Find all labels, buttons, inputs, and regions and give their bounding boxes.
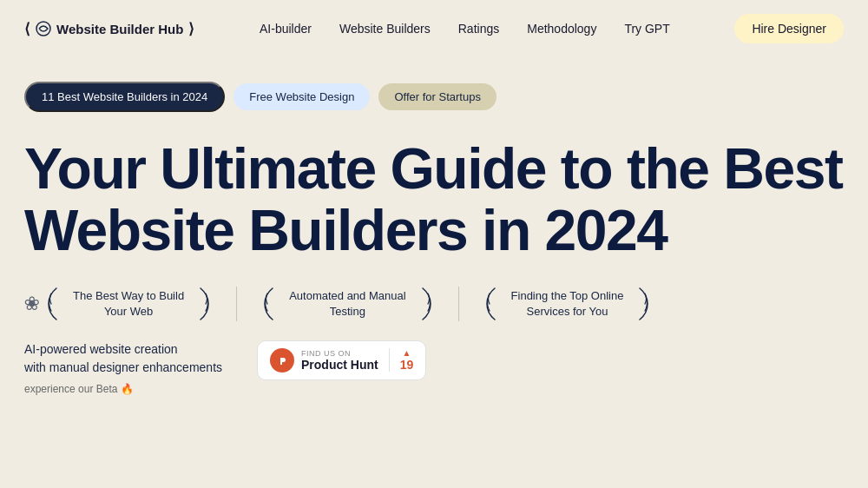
laurel-svg-left-2 — [485, 287, 504, 321]
bottom-section: AI-powered website creation with manual … — [0, 321, 868, 397]
laurel-svg-right-1 — [413, 287, 432, 321]
product-hunt-badge[interactable]: FIND US ON Product Hunt ▲ 19 — [257, 340, 426, 380]
ph-count: ▲ 19 — [389, 348, 414, 372]
pills-row: 11 Best Website Builders in 2024 Free We… — [0, 57, 868, 112]
hero-title-line1: Your Ultimate Guide to the Best — [24, 136, 842, 201]
navbar: ⟨ Website Builder Hub ⟩ AI-builder Websi… — [0, 0, 868, 57]
ph-find-us-label: FIND US ON — [301, 349, 378, 358]
product-hunt-logo — [270, 348, 294, 373]
badge-item-0: ❀ The Best Way to Build Your Web — [24, 287, 237, 321]
laurel-svg-right-2 — [630, 287, 649, 321]
badge-item-1: Automated and Manual Testing — [263, 287, 458, 321]
nav-methodology[interactable]: Methodology — [527, 22, 596, 36]
logo-leaf-right: ⟩ — [188, 20, 194, 38]
pill-free-design[interactable]: Free Website Design — [233, 83, 370, 110]
nav-ai-builder[interactable]: AI-builder — [260, 22, 312, 36]
svg-rect-2 — [280, 362, 282, 365]
nav-ratings[interactable]: Ratings — [458, 22, 499, 36]
product-hunt-icon — [276, 354, 288, 366]
hero-title: Your Ultimate Guide to the Best Website … — [24, 138, 844, 262]
laurel-svg-left-0 — [47, 287, 66, 321]
ph-arrow-icon: ▲ — [403, 348, 411, 358]
beta-label: experience our Beta 🔥 — [24, 381, 222, 397]
ph-name: Product Hunt — [301, 358, 378, 372]
nav-try-gpt[interactable]: Try GPT — [624, 22, 669, 36]
laurel-svg-right-0 — [191, 287, 210, 321]
ph-text-block: FIND US ON Product Hunt — [301, 349, 378, 372]
logo-leaf-left: ⟨ — [24, 20, 30, 38]
ai-text-block: AI-powered website creation with manual … — [24, 340, 222, 397]
hire-designer-button[interactable]: Hire Designer — [734, 14, 844, 43]
hero-title-line2: Website Builders in 2024 — [24, 198, 667, 262]
laurel-svg-left-1 — [263, 287, 282, 321]
logo[interactable]: ⟨ Website Builder Hub ⟩ — [24, 20, 194, 38]
ph-number: 19 — [400, 358, 414, 372]
nav-website-builders[interactable]: Website Builders — [339, 22, 431, 36]
logo-text: Website Builder Hub — [56, 22, 183, 36]
ai-text-line1: AI-powered website creation — [24, 340, 222, 359]
nav-links: AI-builder Website Builders Ratings Meth… — [260, 22, 670, 36]
badges-row: ❀ The Best Way to Build Your Web Automat… — [0, 262, 868, 321]
hero-heading: Your Ultimate Guide to the Best Website … — [0, 112, 868, 262]
badge-text-0: The Best Way to Build Your Web — [73, 288, 184, 319]
pill-offer-startups[interactable]: Offer for Startups — [378, 83, 496, 110]
pill-11-best[interactable]: 11 Best Website Builders in 2024 — [24, 82, 225, 112]
badge-item-2: Finding the Top Online Services for You — [485, 287, 676, 321]
badge-text-1: Automated and Manual Testing — [289, 288, 405, 319]
logo-icon — [36, 21, 51, 36]
badge-text-2: Finding the Top Online Services for You — [511, 288, 624, 319]
ai-text-line2: with manual designer enhancements — [24, 359, 222, 377]
laurel-left-0: ❀ — [24, 293, 40, 315]
